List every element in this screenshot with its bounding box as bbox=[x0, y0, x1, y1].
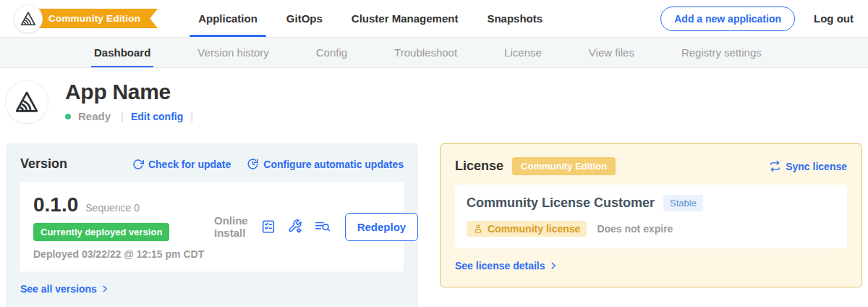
subnav-license[interactable]: License bbox=[504, 38, 542, 67]
edit-config-wrench-icon[interactable] bbox=[287, 219, 303, 235]
deployed-timestamp: Deployed 03/22/22 @ 12:15 pm CDT bbox=[33, 248, 214, 260]
status-label: Ready bbox=[78, 110, 111, 122]
check-for-update-link[interactable]: Check for update bbox=[132, 159, 231, 170]
subnav-view-files[interactable]: View files bbox=[589, 38, 634, 67]
license-details-panel: Community License Customer Stable Commun… bbox=[455, 185, 847, 248]
clock-refresh-icon bbox=[247, 158, 259, 170]
app-avatar bbox=[6, 81, 48, 123]
customer-name: Community License Customer bbox=[467, 195, 655, 211]
refresh-icon bbox=[132, 159, 144, 170]
license-expiry: Does not expire bbox=[597, 223, 673, 235]
add-new-application-button[interactable]: Add a new application bbox=[660, 7, 795, 31]
subnav-dashboard[interactable]: Dashboard bbox=[94, 38, 150, 67]
divider: | bbox=[121, 110, 124, 122]
sequence-label: Sequence 0 bbox=[85, 202, 140, 214]
subnav-troubleshoot[interactable]: Troubleshoot bbox=[394, 38, 457, 67]
status-dot bbox=[65, 114, 71, 119]
person-icon bbox=[473, 224, 483, 234]
tab-gitops[interactable]: GitOps bbox=[278, 0, 331, 37]
divider: | bbox=[190, 110, 193, 122]
chevron-right-icon bbox=[549, 261, 558, 270]
app-header: App Name Ready | Edit config | bbox=[0, 68, 868, 138]
community-edition-badge: Community Edition bbox=[512, 157, 616, 175]
edit-config-link[interactable]: Edit config bbox=[131, 111, 183, 122]
replicated-logo-badge bbox=[14, 5, 42, 33]
replicated-logo-icon bbox=[20, 10, 37, 28]
app-logo-icon bbox=[14, 89, 40, 115]
sync-license-link[interactable]: Sync license bbox=[769, 160, 847, 172]
version-number: 0.1.0 bbox=[33, 193, 78, 216]
tab-snapshots[interactable]: Snapshots bbox=[478, 0, 551, 37]
configure-automatic-updates-link[interactable]: Configure automatic updates bbox=[247, 158, 404, 170]
top-navigation: Application GitOps Cluster Management Sn… bbox=[190, 0, 551, 37]
tab-application[interactable]: Application bbox=[190, 0, 266, 37]
header-actions: Add a new application Log out bbox=[660, 7, 854, 31]
version-card: Version Check for update bbox=[6, 143, 418, 307]
brand: Community Edition bbox=[14, 5, 158, 33]
version-card-title: Version bbox=[20, 156, 67, 172]
app-sub-navigation: Dashboard Version history Config Trouble… bbox=[0, 38, 868, 68]
subnav-config[interactable]: Config bbox=[316, 38, 347, 67]
current-version-panel: 0.1.0 Sequence 0 Currently deployed vers… bbox=[20, 182, 404, 272]
subnav-registry-settings[interactable]: Registry settings bbox=[681, 38, 762, 67]
community-edition-ribbon: Community Edition bbox=[28, 9, 158, 28]
license-card: License Community Edition Sync license C… bbox=[440, 143, 862, 287]
install-type-label: Online Install bbox=[214, 214, 248, 239]
chevron-right-icon bbox=[101, 285, 109, 293]
app-status-row: Ready | Edit config | bbox=[65, 110, 193, 122]
sync-arrows-icon bbox=[769, 160, 781, 172]
subnav-version-history[interactable]: Version history bbox=[197, 38, 268, 67]
license-card-title: License bbox=[455, 159, 503, 174]
see-license-details-link[interactable]: See license details bbox=[455, 260, 558, 272]
license-type-chip: Community license bbox=[467, 221, 587, 237]
top-header: Community Edition Application GitOps Clu… bbox=[0, 0, 868, 38]
currently-deployed-badge: Currently deployed version bbox=[33, 223, 169, 241]
logout-button[interactable]: Log out bbox=[814, 12, 854, 25]
channel-badge: Stable bbox=[663, 195, 703, 211]
preflight-checks-icon[interactable] bbox=[260, 219, 276, 235]
tab-cluster-management[interactable]: Cluster Management bbox=[343, 0, 467, 37]
redeploy-button[interactable]: Redeploy bbox=[345, 213, 419, 241]
app-name-title: App Name bbox=[65, 80, 193, 104]
dashboard-content: Version Check for update bbox=[0, 138, 868, 307]
view-diff-icon[interactable] bbox=[314, 219, 331, 235]
see-all-versions-link[interactable]: See all versions bbox=[20, 283, 109, 295]
